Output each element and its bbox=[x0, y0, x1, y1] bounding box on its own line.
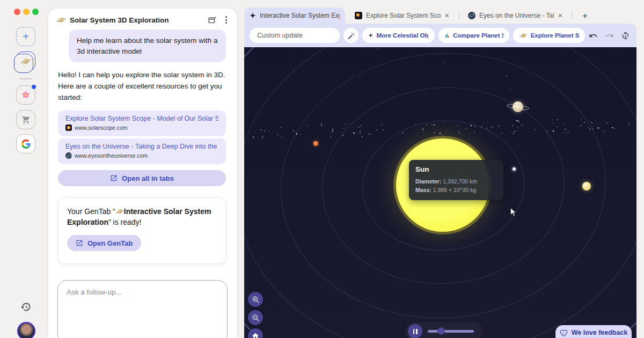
link-domain: www.solarscope.com bbox=[75, 124, 128, 131]
sidebar-item-solar-system[interactable] bbox=[16, 52, 35, 71]
plus-icon: + bbox=[23, 31, 29, 43]
open-all-in-tabs-button[interactable]: Open all in tabs bbox=[58, 170, 226, 186]
browser-tabstrip: Interactive Solar System Explor... Explo… bbox=[244, 8, 590, 24]
left-rail: + bbox=[0, 0, 48, 338]
tab-label: Eyes on the Universe - Taking bbox=[479, 12, 554, 19]
app-window: + bbox=[0, 0, 644, 338]
saturn-icon bbox=[21, 57, 30, 65]
link-title: Explore Solar System Scope - Model of Ou… bbox=[65, 115, 218, 122]
open-all-label: Open all in tabs bbox=[122, 174, 174, 182]
link-domain: www.eyesontheuniverse.com bbox=[75, 152, 148, 159]
notification-dot bbox=[31, 84, 36, 90]
gentab-window-icon bbox=[208, 16, 217, 25]
zoom-out-button[interactable] bbox=[248, 310, 263, 325]
tab-solar-system-scope[interactable]: Explore Solar System Scope - × bbox=[349, 8, 456, 24]
home-icon bbox=[252, 332, 259, 338]
eyes-universe-favicon bbox=[468, 12, 475, 19]
sidebar-item-cart[interactable] bbox=[16, 110, 35, 129]
history-icon bbox=[20, 302, 31, 312]
saturn-icon bbox=[116, 208, 123, 215]
sidebar-item-google[interactable] bbox=[16, 134, 35, 153]
link-title: Eyes on the Universe - Taking a Deep Div… bbox=[65, 143, 218, 150]
user-avatar[interactable] bbox=[17, 322, 35, 338]
planet-small[interactable] bbox=[513, 167, 516, 171]
more-celestial-objects-button[interactable]: More Celestial Objects bbox=[362, 28, 435, 43]
solarscope-favicon bbox=[65, 124, 72, 131]
followup-input-box bbox=[57, 280, 228, 338]
planet-venus[interactable] bbox=[582, 182, 591, 190]
tab-interactive-solar-system[interactable]: Interactive Solar System Explor... bbox=[244, 8, 345, 24]
window-controls bbox=[14, 9, 39, 15]
followup-input[interactable] bbox=[58, 281, 227, 338]
chat-panel: Solar System 3D Exploration Help me lear… bbox=[48, 9, 237, 338]
saturn-icon bbox=[57, 16, 65, 24]
tab-separator bbox=[572, 11, 573, 20]
minimize-window-button[interactable] bbox=[23, 9, 30, 15]
more-menu-button[interactable] bbox=[224, 15, 228, 25]
gentab-text-suffix: ” is ready! bbox=[108, 218, 141, 226]
explore-planet-surfaces-button[interactable]: Explore Planet Surfac bbox=[513, 28, 585, 43]
feedback-label: We love feedback bbox=[572, 329, 628, 336]
user-message-bubble: Help me learn about the solar system wit… bbox=[69, 30, 226, 62]
compare-planet-stats-button[interactable]: Compare Planet Stats bbox=[438, 28, 509, 43]
chat-title: Solar System 3D Exploration bbox=[70, 16, 200, 24]
open-gentab-label: Open GenTab bbox=[87, 239, 133, 247]
pause-button[interactable] bbox=[408, 324, 422, 338]
tab-label: Interactive Solar System Explor... bbox=[260, 12, 340, 19]
custom-update-input[interactable] bbox=[250, 28, 340, 43]
redo-icon[interactable] bbox=[605, 31, 614, 40]
saturn-icon bbox=[519, 32, 526, 39]
link-card-solarscope[interactable]: Explore Solar System Scope - Model of Ou… bbox=[58, 111, 226, 136]
toolbar-history-controls bbox=[589, 31, 631, 40]
close-tab-icon[interactable]: × bbox=[557, 12, 564, 19]
open-as-tab-button[interactable] bbox=[207, 15, 217, 25]
feedback-button[interactable]: We love feedback bbox=[555, 325, 632, 338]
close-tab-icon[interactable]: × bbox=[444, 12, 450, 19]
open-in-new-icon bbox=[110, 174, 118, 182]
planet-mars[interactable] bbox=[313, 141, 318, 146]
zoom-in-button[interactable] bbox=[248, 292, 263, 307]
magic-update-button[interactable] bbox=[343, 28, 358, 43]
link-card-eyes-universe[interactable]: Eyes on the Universe - Taking a Deep Div… bbox=[58, 138, 226, 164]
space-canvas[interactable]: Sun Diameter: 1,392,700 km Mass: 1.989 ×… bbox=[244, 47, 636, 338]
speed-slider-thumb[interactable] bbox=[437, 327, 445, 335]
new-gentab-button[interactable]: + bbox=[16, 27, 35, 46]
assistant-message: Hello! I can help you explore the solar … bbox=[58, 70, 227, 104]
bar-chart-icon bbox=[444, 32, 450, 39]
magic-wand-icon bbox=[347, 32, 355, 40]
sparkle-icon bbox=[368, 32, 373, 39]
gentab-text-prefix: Your GenTab “ bbox=[67, 207, 115, 216]
pause-icon bbox=[416, 329, 418, 334]
cart-icon bbox=[21, 115, 31, 124]
gentab-star-icon bbox=[250, 12, 256, 19]
open-in-new-icon bbox=[76, 239, 83, 247]
flower-icon bbox=[21, 90, 31, 100]
new-tab-button[interactable]: + bbox=[580, 11, 590, 20]
eyes-universe-favicon bbox=[65, 152, 72, 159]
heart-smile-icon bbox=[560, 329, 568, 337]
regenerate-sync-icon[interactable] bbox=[621, 31, 630, 40]
gentab-toolbar: More Celestial Objects Compare Planet St… bbox=[244, 24, 636, 47]
rail-divider bbox=[19, 78, 32, 79]
open-gentab-button[interactable]: Open GenTab bbox=[67, 235, 141, 251]
history-button[interactable] bbox=[20, 302, 31, 312]
speed-slider-track[interactable] bbox=[428, 330, 474, 333]
action-label: Compare Planet Stats bbox=[453, 32, 503, 39]
gentab-ready-card: Your GenTab “Interactive Solar System Ex… bbox=[58, 197, 226, 264]
solarscope-favicon bbox=[355, 12, 362, 19]
sidebar-item-flower[interactable] bbox=[16, 85, 35, 105]
chat-header: Solar System 3D Exploration bbox=[48, 9, 237, 31]
undo-icon[interactable] bbox=[589, 31, 598, 40]
action-label: More Celestial Objects bbox=[376, 32, 428, 39]
gentab-ready-text: Your GenTab “Interactive Solar System Ex… bbox=[67, 207, 220, 227]
zoom-out-icon bbox=[252, 314, 260, 322]
tab-eyes-on-universe[interactable]: Eyes on the Universe - Taking × bbox=[463, 8, 569, 24]
tab-label: Explore Solar System Scope - bbox=[366, 12, 441, 19]
tab-separator bbox=[459, 11, 459, 20]
zoom-window-button[interactable] bbox=[32, 9, 39, 15]
google-logo-icon bbox=[21, 139, 31, 149]
zoom-in-icon bbox=[252, 296, 260, 304]
pause-icon bbox=[413, 329, 415, 334]
sun[interactable] bbox=[393, 136, 492, 234]
close-window-button[interactable] bbox=[14, 9, 20, 15]
